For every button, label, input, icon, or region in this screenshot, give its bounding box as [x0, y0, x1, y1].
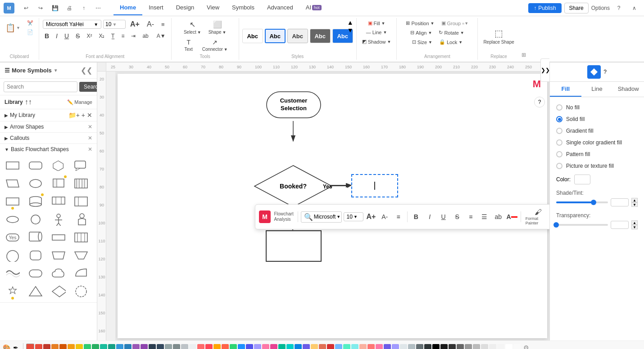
- shape-parallelogram[interactable]: [4, 175, 22, 192]
- style-box-3[interactable]: Abc: [287, 29, 308, 43]
- close-arrow-shapes-btn[interactable]: ✕: [88, 124, 92, 130]
- color-swatch[interactable]: [574, 174, 590, 184]
- shape-ellipse[interactable]: [27, 175, 45, 192]
- size-button[interactable]: ⊡ Size ▼: [409, 38, 435, 46]
- color-swatch-56[interactable]: [489, 344, 496, 349]
- color-swatch-19[interactable]: [189, 344, 196, 349]
- color-swatch-49[interactable]: [432, 344, 440, 349]
- color-swatch-15[interactable]: [157, 344, 164, 349]
- yes-input-box[interactable]: [351, 174, 398, 197]
- search-button[interactable]: Search: [79, 82, 97, 92]
- no-fill-option[interactable]: No fill: [554, 102, 639, 113]
- ft-bullet-btn[interactable]: ≡: [465, 210, 476, 223]
- shape-yes-tag[interactable]: Yes: [4, 229, 22, 246]
- color-swatch-30[interactable]: [278, 344, 286, 349]
- add-library-btn[interactable]: 📁+: [68, 112, 80, 119]
- position-button[interactable]: ⊞ Position ▼: [403, 19, 437, 27]
- ft-font-selector[interactable]: 🔍 Microsoft ▼: [301, 211, 342, 223]
- shape-rounded-corner[interactable]: [27, 247, 45, 264]
- shape-terminal[interactable]: [50, 193, 68, 210]
- shape-triangle[interactable]: [27, 283, 45, 300]
- nav-insert[interactable]: Insert: [142, 0, 170, 15]
- color-swatch-14[interactable]: [149, 344, 156, 349]
- options-button[interactable]: Options: [591, 5, 610, 11]
- ft-format-painter-btn[interactable]: 🖌 Format Painter: [524, 207, 549, 226]
- transparency-thumb[interactable]: [553, 222, 559, 228]
- remove-library-btn[interactable]: ✕: [87, 112, 92, 119]
- color-swatch-59[interactable]: [513, 344, 521, 349]
- font-selector[interactable]: Microsoft YaHei ▼: [43, 20, 101, 29]
- color-swatch-39[interactable]: [351, 344, 358, 349]
- settings-icon[interactable]: ⚙: [523, 344, 529, 349]
- color-swatch-custom[interactable]: [26, 344, 34, 349]
- booked-diamond-shape[interactable]: Booked?: [253, 164, 334, 209]
- color-swatch-40[interactable]: [359, 344, 367, 349]
- underline-button[interactable]: U: [62, 31, 72, 41]
- bottom-rect-shape[interactable]: [266, 230, 322, 262]
- cut-button[interactable]: ✂️: [24, 19, 36, 27]
- color-swatch-41[interactable]: [367, 344, 375, 349]
- color-swatch-2[interactable]: [51, 344, 59, 349]
- color-swatch-29[interactable]: [270, 344, 277, 349]
- shape-person2[interactable]: [72, 211, 90, 228]
- manage-btn[interactable]: ✏️Manage: [67, 99, 92, 105]
- color-swatch-13[interactable]: [141, 344, 148, 349]
- shape-hexagon[interactable]: [50, 157, 68, 174]
- more-btn[interactable]: ⋯: [92, 2, 104, 14]
- sidebar-collapse-btn[interactable]: ❮❮: [81, 66, 92, 75]
- ft-list-btn[interactable]: ☰: [479, 210, 490, 223]
- color-swatch-53[interactable]: [465, 344, 472, 349]
- color-swatch-58[interactable]: [505, 344, 512, 349]
- superscript-button[interactable]: X²: [84, 31, 95, 40]
- shape-data-store[interactable]: [50, 175, 68, 192]
- rotate-button[interactable]: ↻ Rotate ▼: [436, 28, 467, 37]
- color-swatch-32[interactable]: [295, 344, 302, 349]
- style-box-4[interactable]: Abc: [310, 29, 331, 43]
- shape-rect2[interactable]: [4, 193, 22, 210]
- add-item-btn[interactable]: +: [82, 112, 85, 119]
- ft-align-btn[interactable]: ≡: [392, 210, 404, 223]
- collapse-btn[interactable]: ∧: [628, 2, 640, 14]
- text-color-btn[interactable]: ab: [140, 31, 152, 40]
- color-swatch-27[interactable]: [254, 344, 261, 349]
- group-button[interactable]: ▣ Group =▼: [439, 19, 472, 27]
- canvas[interactable]: Customer Selection Booked? Yes: [115, 72, 549, 340]
- shade-value-input[interactable]: 0 %: [611, 198, 629, 206]
- align-button[interactable]: ⊟ Align ▼: [408, 28, 435, 37]
- highlight-btn[interactable]: A▼: [154, 31, 168, 40]
- ft-ab-btn[interactable]: ab: [492, 210, 504, 223]
- color-swatch-26[interactable]: [246, 344, 253, 349]
- color-swatch-23[interactable]: [222, 344, 229, 349]
- color-swatch-31[interactable]: [286, 344, 294, 349]
- transparency-up-btn[interactable]: ▲: [631, 220, 638, 225]
- color-swatch-50[interactable]: [440, 344, 448, 349]
- italic-button[interactable]: I: [53, 31, 60, 41]
- color-swatch-28[interactable]: [262, 344, 269, 349]
- shape-flat-rect[interactable]: [50, 229, 68, 246]
- list-btn[interactable]: ≡: [118, 31, 127, 40]
- color-swatch-22[interactable]: [213, 344, 221, 349]
- indent-btn[interactable]: ⇥: [128, 31, 138, 40]
- save-btn[interactable]: 💾: [49, 2, 61, 14]
- shape-slanted[interactable]: [72, 247, 90, 264]
- undo-btn[interactable]: ↩: [20, 2, 32, 14]
- nav-symbols[interactable]: Symbols: [226, 0, 261, 15]
- help-btn[interactable]: ?: [612, 2, 625, 14]
- color-swatch-18[interactable]: [181, 344, 188, 349]
- replace-shape-button[interactable]: ⬚ Replace Shape: [481, 27, 517, 46]
- color-swatch-8[interactable]: [100, 344, 107, 349]
- color-swatch-54[interactable]: [473, 344, 480, 349]
- shape-circle[interactable]: [27, 211, 45, 228]
- color-swatch-12[interactable]: [132, 344, 140, 349]
- color-swatch-48[interactable]: [424, 344, 431, 349]
- shade-slider[interactable]: [556, 201, 608, 203]
- color-swatch-11[interactable]: [124, 344, 132, 349]
- color-swatch-5[interactable]: [76, 344, 83, 349]
- lock-button[interactable]: 🔒 Lock ▼: [436, 38, 465, 46]
- shape-big-circle[interactable]: [4, 247, 22, 264]
- pattern-fill-option[interactable]: Pattern fill: [554, 148, 639, 160]
- shade-thumb[interactable]: [591, 200, 596, 205]
- style-box-2[interactable]: Abc: [265, 29, 286, 43]
- text-align-btn[interactable]: ≡: [159, 20, 168, 29]
- transparency-slider[interactable]: [556, 224, 608, 226]
